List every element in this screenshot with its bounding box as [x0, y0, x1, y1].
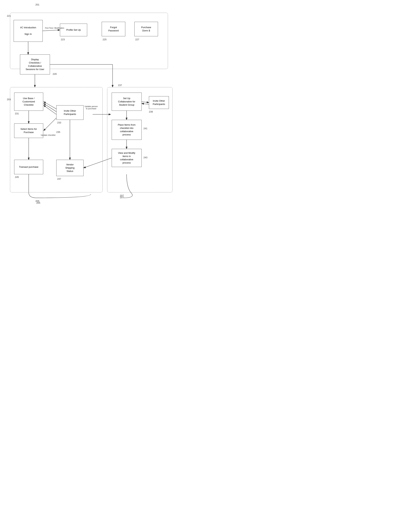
ref-239: 239 [149, 110, 153, 113]
ref-201: 201 [36, 3, 39, 6]
box-vendor-shipping: Vendor Shipping Status [56, 160, 84, 176]
box-use-base-checklist: Use Base / Customized Checklist [14, 92, 43, 111]
box-purchase-dorm: Purchase Dorm $ [134, 22, 158, 36]
box-place-items: Place Items from checklist into collabor… [112, 120, 142, 140]
ref-245: 245 [15, 176, 19, 178]
ref-207-bottom: 207 [120, 194, 124, 197]
ref-243: 243 [143, 156, 147, 159]
box-forgot-password: Forgot Password [102, 22, 125, 36]
ref-227: 227 [135, 38, 139, 41]
ref-237: 237 [118, 84, 122, 87]
ref-233: 233 [57, 121, 61, 124]
ref-229: 229 [53, 73, 57, 75]
box-view-modify: View and Modify items in collaborative p… [112, 149, 142, 167]
box-select-items: Select Items for Purchase [14, 123, 43, 138]
ref-231: 231 [15, 112, 19, 115]
diagram: 201 221 203 205 207 I/C Introduction Sig… [0, 0, 182, 218]
box-ic-intro: I/C Introduction Sign In [14, 20, 43, 42]
ref-223: 223 [61, 38, 65, 41]
box-transact-purchase: Transact purchase [14, 160, 43, 174]
ref-235: 235 [56, 131, 60, 134]
box-setup-collaborative: Set Up Collaborative for Student Group [112, 92, 142, 111]
label-update-person: Update person to purchase [84, 105, 98, 110]
box-invite-participants-right: Invite Other Participants [149, 96, 169, 109]
ref-247: 247 [57, 177, 61, 180]
box-display-checklists: Display Checklists / Collaborative Sessi… [20, 55, 50, 74]
box-invite-participants-left: Invite Other Participants [56, 105, 84, 120]
ref-241: 241 [143, 127, 147, 130]
box-profile-setup: Profile Set Up [60, 24, 87, 36]
label-update-checklist: Update checklist [40, 134, 56, 136]
ref-225: 225 [103, 38, 107, 41]
ref-205-bottom: 205 [36, 200, 39, 202]
